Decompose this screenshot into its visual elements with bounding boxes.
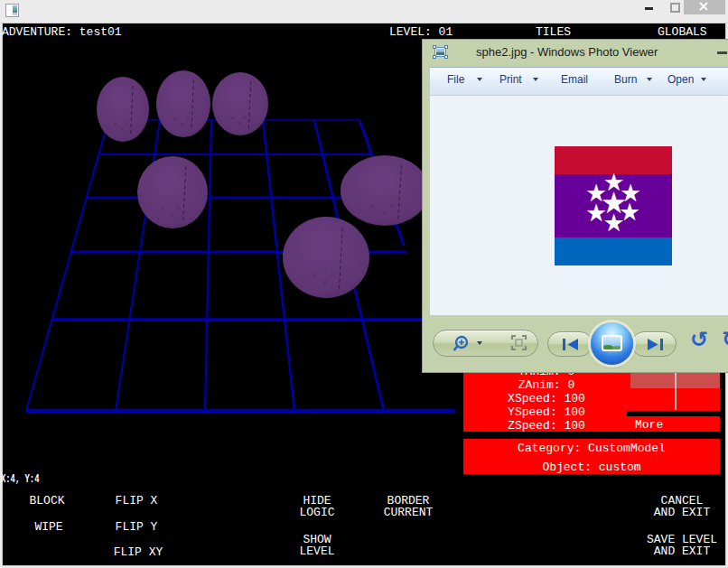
- next-icon: [648, 339, 663, 350]
- app-window: ADVENTURE: test01 LEVEL: 01 TILES GLOBAL…: [0, 0, 728, 568]
- burn-dropdown-icon[interactable]: [647, 78, 652, 81]
- category-label: Category: CustomModel: [463, 442, 720, 455]
- photo-viewer-content: ★ ★ ★ ★ ★ ★ ★: [430, 96, 728, 315]
- previous-icon: [563, 339, 578, 350]
- save-exit-button[interactable]: SAVE LEVELAND EXIT: [637, 534, 727, 559]
- object-label: Object: custom: [463, 461, 720, 474]
- menu-email[interactable]: Email: [561, 73, 588, 86]
- photo-viewer-window: sphe2.jpg - Windows Photo Viewer File Pr…: [422, 39, 728, 373]
- prop-zspeed: ZSpeed: 100: [463, 420, 630, 433]
- photo-viewer-title: sphe2.jpg - Windows Photo Viewer: [476, 45, 658, 60]
- border-current-button[interactable]: BORDERCURRENT: [372, 495, 444, 520]
- cancel-exit-button[interactable]: CANCELAND EXIT: [637, 495, 727, 520]
- flag-stripe-blue: [555, 237, 672, 265]
- tiles-button[interactable]: TILES: [536, 26, 571, 39]
- menu-file[interactable]: File: [447, 73, 464, 86]
- photo-viewer-icon: [433, 44, 448, 60]
- file-dropdown-icon[interactable]: [477, 78, 482, 81]
- zoom-icon[interactable]: [450, 333, 475, 357]
- menu-burn[interactable]: Burn: [614, 73, 637, 86]
- more-divider: [627, 411, 725, 416]
- wipe-button[interactable]: WIPE: [13, 521, 85, 534]
- rotate-ccw-icon[interactable]: ↺: [690, 329, 708, 350]
- flip-y-button[interactable]: FLIP Y: [100, 521, 173, 534]
- prop-zanim: ZAnim: 0: [463, 379, 630, 392]
- zoom-dropdown-icon[interactable]: [477, 341, 482, 345]
- flip-xy-button[interactable]: FLIP XY: [102, 546, 174, 559]
- hide-logic-button[interactable]: HIDELOGIC: [281, 495, 353, 520]
- actual-size-icon[interactable]: [510, 334, 528, 352]
- globals-button[interactable]: GLOBALS: [658, 26, 707, 39]
- previous-button[interactable]: [547, 331, 593, 357]
- photo-viewer-toolbar: ↺ ↻: [423, 315, 728, 372]
- print-dropdown-icon[interactable]: [533, 78, 538, 81]
- menu-open[interactable]: Open: [667, 73, 694, 86]
- photo-image: ★ ★ ★ ★ ★ ★ ★: [555, 146, 672, 265]
- rotate-cw-icon[interactable]: ↻: [722, 329, 728, 350]
- next-button[interactable]: [631, 331, 677, 357]
- viewer-minimize-icon[interactable]: [717, 51, 727, 54]
- level-label: LEVEL: 01: [389, 26, 453, 39]
- slideshow-icon: [602, 335, 622, 351]
- cursor-position-label: X:4, Y:4: [1, 473, 39, 486]
- adventure-label: ADVENTURE: test01: [2, 26, 122, 39]
- show-level-button[interactable]: SHOWLEVEL: [281, 534, 353, 559]
- open-dropdown-icon[interactable]: [701, 78, 706, 81]
- more-button[interactable]: More: [635, 419, 663, 432]
- photo-viewer-menubar: File Print Email Burn Open: [430, 67, 728, 96]
- play-slideshow-button[interactable]: [591, 322, 633, 365]
- menu-print[interactable]: Print: [499, 73, 522, 86]
- prop-xspeed: XSpeed: 100: [463, 393, 630, 405]
- block-button[interactable]: BLOCK: [11, 495, 83, 507]
- flip-x-button[interactable]: FLIP X: [100, 495, 173, 507]
- flag-star-bottom: ★: [602, 210, 624, 235]
- prop-yspeed: YSpeed: 100: [463, 406, 630, 419]
